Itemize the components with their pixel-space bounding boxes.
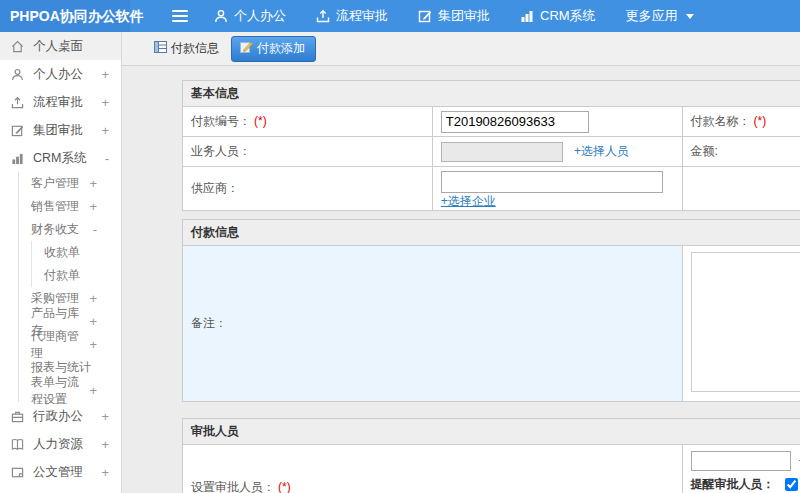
expand-icon[interactable]: + [89,337,97,352]
edit-pencil-icon [240,41,253,56]
tab-bar: 付款信息 付款添加 [122,32,800,66]
expand-icon[interactable]: + [101,123,109,138]
supplier-label: 供应商： [183,167,433,211]
form-content: 基本信息 付款编号：(*) 付款名称：(*) 业务人员： +选择人员 [122,66,800,493]
sidebar-item-personal-office[interactable]: 个人办公 + [0,60,121,88]
collapse-icon[interactable]: - [105,151,109,166]
section-title: 审批人员 [183,419,800,445]
sms-remind-checkbox[interactable] [785,478,798,491]
required-mark: (*) [254,114,267,128]
supplier-input[interactable] [441,171,663,193]
sidebar-item-receipt-order[interactable]: 收款单 [32,241,121,264]
sidebar-item-group-approval[interactable]: 集团审批 + [0,116,121,144]
remind-approver-label: 提醒审批人员： [691,476,775,493]
payment-no-label: 付款编号：(*) [183,107,433,137]
nav-item-workflow-approval[interactable]: 流程审批 [316,7,388,25]
section-title: 基本信息 [183,81,800,107]
upload-approve-icon [316,9,330,23]
remark-label: 备注： [183,246,683,402]
expand-icon[interactable]: + [89,199,97,214]
tab-payment-add[interactable]: 付款添加 [231,36,316,62]
payment-no-input[interactable] [441,111,589,133]
edit-square-icon [10,124,25,137]
finance-submenu: 收款单 付款单 [31,241,121,287]
table-grid-icon [154,41,167,56]
nav-item-crm-system[interactable]: CRM系统 [520,7,596,25]
sidebar-item-agent-mgmt[interactable]: 代理商管理 + [19,333,121,356]
expand-icon[interactable]: + [89,291,97,306]
choose-person-link[interactable]: +选择人员 [574,144,629,158]
sidebar-item-sales-mgmt[interactable]: 销售管理 + [19,195,121,218]
edit-square-icon [418,9,432,23]
book-icon [10,438,25,451]
payment-info-section: 付款信息 备注： [182,219,800,402]
nav-item-personal-office[interactable]: 个人办公 [214,7,286,25]
hamburger-menu-icon[interactable] [172,10,188,22]
sidebar-item-payment-order[interactable]: 付款单 [32,264,121,287]
expand-icon[interactable]: + [101,437,109,452]
sidebar-item-crm-system[interactable]: CRM系统 - [0,144,121,172]
required-mark: (*) [278,480,291,493]
expand-icon[interactable]: + [101,409,109,424]
staff-input [441,142,563,162]
sidebar-item-form-workflow-settings[interactable]: 表单与流程设置 + [19,379,121,402]
caret-down-icon [686,14,694,19]
upload-approve-icon [10,96,25,109]
expand-icon[interactable]: + [101,465,109,480]
bar-chart-icon [520,9,534,23]
approver-section: 审批人员 设置审批人员：(*) +选择审批人员 提醒审批人员： 短消息提示 注： [182,418,800,493]
staff-label: 业务人员： [183,137,433,167]
sidebar-item-official-docs[interactable]: 公文管理 + [0,458,121,486]
payment-name-label: 付款名称：(*) [682,107,800,137]
topbar: PHPOA协同办公软件 个人办公 流程审批 集团审批 CRM系统 [0,0,800,32]
amount-label: 金额: [682,137,800,167]
set-approver-label: 设置审批人员：(*) [183,445,683,493]
nav-item-group-approval[interactable]: 集团审批 [418,7,490,25]
nav-item-more-apps[interactable]: 更多应用 [626,7,694,25]
home-icon [10,40,25,53]
tab-payment-info[interactable]: 付款信息 [154,40,219,57]
remark-textarea[interactable] [691,252,800,392]
expand-icon[interactable]: + [89,383,97,398]
crm-submenu: 客户管理 + 销售管理 + 财务收支 - 收款单 付款单 采购管理 + 产品与库… [18,172,121,402]
sidebar-item-workflow-approval[interactable]: 流程审批 + [0,88,121,116]
app-logo: PHPOA协同办公软件 [0,0,130,32]
document-icon [10,466,25,479]
basic-info-section: 基本信息 付款编号：(*) 付款名称：(*) 业务人员： +选择人员 [182,80,800,211]
top-nav: 个人办公 流程审批 集团审批 CRM系统 更多应用 [214,7,694,25]
sidebar-item-customer-mgmt[interactable]: 客户管理 + [19,172,121,195]
choose-company-link[interactable]: +选择企业 [441,194,496,208]
expand-icon[interactable]: + [101,95,109,110]
required-mark: (*) [754,114,767,128]
main-area: 付款信息 付款添加 基本信息 付款编号：(*) 付款名称：(*) [122,32,800,493]
collapse-icon[interactable]: - [93,222,97,237]
person-icon [214,9,228,23]
expand-icon[interactable]: + [89,176,97,191]
expand-icon[interactable]: + [89,314,97,329]
sidebar: 个人桌面 个人办公 + 流程审批 + 集团审批 + CRM系统 - 客户管理 + [0,32,122,493]
sidebar-item-human-resources[interactable]: 人力资源 + [0,430,121,458]
sidebar-item-personal-desktop[interactable]: 个人桌面 [0,32,121,60]
sidebar-item-finance-inout[interactable]: 财务收支 - [19,218,121,241]
person-icon [10,68,25,81]
expand-icon[interactable]: + [101,67,109,82]
approver-input[interactable] [691,451,791,471]
briefcase-icon [10,410,25,423]
bar-chart-icon [10,152,25,165]
section-title: 付款信息 [183,220,800,246]
